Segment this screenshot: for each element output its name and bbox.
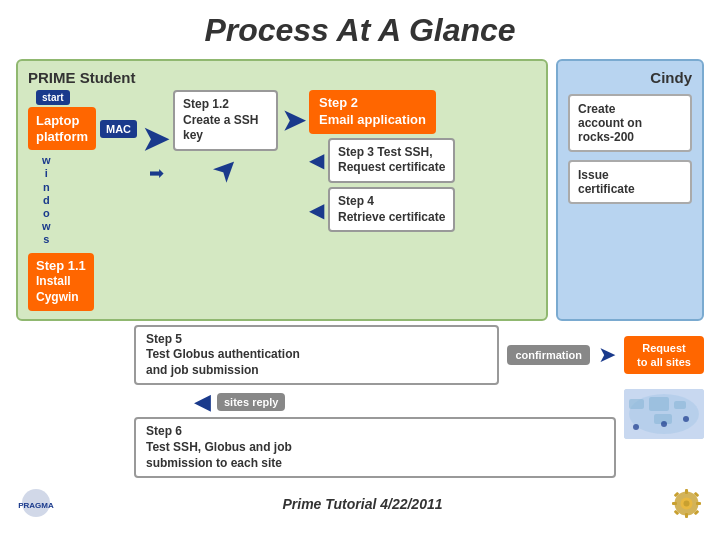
cindy-box2: Issue certificate xyxy=(568,160,692,204)
svg-rect-3 xyxy=(649,397,669,411)
svg-rect-16 xyxy=(672,502,677,505)
cindy-label: Cindy xyxy=(568,69,692,86)
svg-point-7 xyxy=(661,421,667,427)
step4-box: Step 4 Retrieve certificate xyxy=(328,187,455,232)
step6-box: Step 6 Test SSH, Globus and job submissi… xyxy=(134,417,616,478)
step2-box: Step 2 Email application xyxy=(309,90,436,134)
windows-label: w i n d o w s xyxy=(42,154,51,246)
mac-label: MAC xyxy=(100,120,137,138)
cindy-box1: Create account on rocks-200 xyxy=(568,94,692,152)
svg-rect-17 xyxy=(696,502,701,505)
step5-row: Step 5 Test Globus authentication and jo… xyxy=(16,325,704,386)
pragma-logo: PRAGMA xyxy=(16,486,56,521)
cindy-panel: Cindy Create account on rocks-200 Issue … xyxy=(556,59,704,321)
svg-point-6 xyxy=(633,424,639,430)
map-thumbnail xyxy=(624,389,704,439)
svg-point-8 xyxy=(683,416,689,422)
svg-rect-2 xyxy=(629,399,644,409)
prime-panel: PRIME Student start Laptop platform MAC … xyxy=(16,59,548,321)
confirmation-label: confirmation xyxy=(507,345,590,365)
svg-rect-15 xyxy=(685,513,688,518)
step5-box: Step 5 Test Globus authentication and jo… xyxy=(134,325,499,386)
page-title: Process At A Glance xyxy=(0,0,720,55)
step12-box: Step 1.2 Create a SSH key xyxy=(173,90,278,151)
request-box: Request to all sites xyxy=(624,336,704,375)
svg-point-13 xyxy=(684,501,690,507)
footer: PRAGMA Prime Tutorial 4/22/2011 xyxy=(0,482,720,525)
gear-icon xyxy=(669,486,704,521)
step6-row: ◀ sites reply Step 6 Test SSH, Globus an… xyxy=(16,389,704,478)
svg-rect-4 xyxy=(674,401,686,409)
footer-text: Prime Tutorial 4/22/2011 xyxy=(282,496,442,512)
start-label: start xyxy=(36,90,70,105)
step11-box: Step 1.1 Install Cygwin xyxy=(28,253,94,311)
svg-text:PRAGMA: PRAGMA xyxy=(18,501,54,510)
laptop-platform-box: Laptop platform xyxy=(28,107,96,150)
svg-rect-14 xyxy=(685,489,688,494)
prime-label: PRIME Student xyxy=(28,69,536,86)
step3-box: Step 3 Test SSH, Request certificate xyxy=(328,138,455,183)
sites-reply-label: sites reply xyxy=(217,393,285,411)
arrow-col-1: ➤ ⬆ xyxy=(142,90,169,311)
